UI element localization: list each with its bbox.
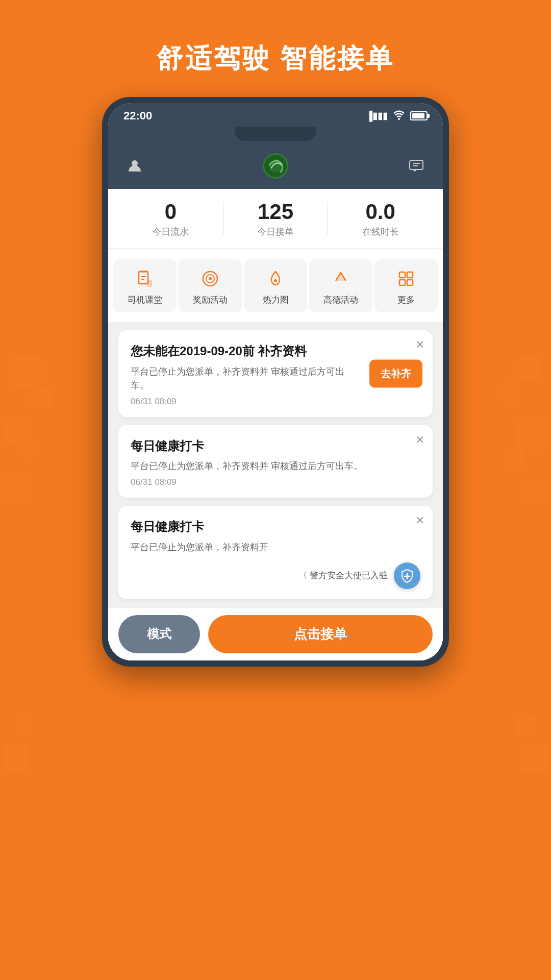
menu-item-more[interactable]: 更多 — [374, 259, 438, 312]
svg-rect-18 — [407, 280, 413, 285]
menu-label-gaode: 高德活动 — [323, 294, 358, 306]
security-shield-button[interactable] — [394, 562, 420, 589]
signal-icon: ▐▮▮▮ — [366, 110, 388, 121]
menu-item-driver-class[interactable]: 司机课堂 — [113, 259, 177, 312]
menu-label-more: 更多 — [397, 294, 415, 306]
notification-card-2: ✕ 每日健康打卡 平台已停止为您派单，补齐资料并 审核通过后方可出车。 06/3… — [118, 425, 433, 498]
heatmap-icon — [264, 267, 287, 290]
reward-icon — [199, 267, 221, 290]
svg-rect-7 — [140, 271, 147, 273]
phone-frame: 22:00 ▐▮▮▮ — [102, 97, 449, 667]
notch — [235, 127, 316, 141]
menu-item-gaode[interactable]: 高德活动 — [309, 259, 372, 312]
card-2-time: 06/31 08:09 — [131, 477, 420, 487]
card-1-inner: 您未能在2019-09-20前 补齐资料 平台已停止为您派单，补齐资料并 审核通… — [131, 342, 420, 407]
security-banner-row: 〈 警方安全大使已入驻 — [131, 562, 420, 589]
stat-time-value: 0.0 — [328, 201, 433, 223]
svg-rect-17 — [399, 280, 405, 285]
svg-rect-10 — [147, 280, 152, 287]
svg-rect-3 — [410, 160, 423, 169]
card-3-body: 平台已停止为您派单，补齐资料开 — [131, 541, 420, 554]
stat-flow-value: 0 — [118, 201, 223, 223]
card-3-close-button[interactable]: ✕ — [415, 514, 424, 527]
accept-order-button[interactable]: 点击接单 — [208, 615, 433, 653]
more-icon — [395, 267, 417, 290]
bottom-bar: 模式 点击接单 — [108, 607, 443, 660]
security-banner-text: 〈 警方安全大使已入驻 — [298, 570, 388, 581]
svg-point-14 — [274, 279, 277, 282]
stats-row: 0 今日流水 125 今日接单 0.0 在线时长 — [108, 189, 443, 248]
svg-rect-6 — [139, 272, 148, 284]
card-2-close-button[interactable]: ✕ — [415, 433, 424, 447]
app-logo — [263, 153, 288, 179]
notification-card-3: ✕ 每日健康打卡 平台已停止为您派单，补齐资料开 〈 警方安全大使已入驻 — [118, 506, 433, 599]
menu-label-reward: 奖励活动 — [193, 294, 228, 306]
menu-label-heatmap: 热力图 — [263, 294, 289, 306]
card-3-title: 每日健康打卡 — [131, 518, 405, 535]
app-header — [108, 146, 443, 189]
stat-time-label: 在线时长 — [328, 226, 433, 238]
card-1-action-button[interactable]: 去补齐 — [369, 359, 422, 387]
card-1-title: 您未能在2019-09-20前 补齐资料 — [131, 342, 334, 360]
card-1-body: 平台已停止为您派单，补齐资料并 审核通过后方可出车。 — [131, 365, 349, 393]
quick-menu: 司机课堂 奖励活动 — [108, 249, 443, 322]
stat-flow-label: 今日流水 — [118, 226, 223, 238]
svg-rect-15 — [399, 272, 405, 278]
card-1-close-button[interactable]: ✕ — [415, 338, 424, 352]
phone-mockup: 22:00 ▐▮▮▮ — [0, 97, 551, 667]
profile-icon[interactable] — [123, 155, 146, 177]
driver-class-icon — [134, 267, 156, 290]
menu-item-reward[interactable]: 奖励活动 — [179, 259, 242, 312]
stat-daily-orders: 125 今日接单 — [223, 201, 328, 238]
mode-button[interactable]: 模式 — [118, 615, 200, 653]
status-bar: 22:00 ▐▮▮▮ — [108, 103, 443, 127]
status-time: 22:00 — [123, 109, 152, 122]
notch-area — [108, 127, 443, 146]
svg-point-0 — [398, 118, 400, 120]
gaode-icon — [330, 267, 352, 290]
battery-icon — [410, 111, 428, 120]
phone-screen: 22:00 ▐▮▮▮ — [108, 103, 443, 660]
wifi-icon — [393, 110, 405, 122]
message-icon[interactable] — [405, 155, 428, 177]
menu-label-driver-class: 司机课堂 — [128, 294, 162, 306]
card-2-body: 平台已停止为您派单，补齐资料并 审核通过后方可出车。 — [131, 459, 420, 473]
stat-orders-label: 今日接单 — [223, 226, 328, 238]
card-1-time: 06/31 08:09 — [131, 397, 349, 407]
stat-online-time: 0.0 在线时长 — [328, 201, 433, 238]
card-2-title: 每日健康打卡 — [131, 437, 405, 455]
stat-orders-value: 125 — [223, 201, 328, 223]
header-tagline: 舒适驾驶 智能接单 — [0, 0, 551, 97]
stat-daily-flow: 0 今日流水 — [118, 201, 223, 238]
cards-area: ✕ 您未能在2019-09-20前 补齐资料 平台已停止为您派单，补齐资料并 审… — [108, 322, 443, 607]
main-content: 0 今日流水 125 今日接单 0.0 在线时长 — [108, 189, 443, 660]
menu-item-heatmap[interactable]: 热力图 — [244, 259, 307, 312]
svg-point-13 — [209, 277, 212, 280]
svg-rect-16 — [407, 272, 413, 278]
notification-card-1: ✕ 您未能在2019-09-20前 补齐资料 平台已停止为您派单，补齐资料并 审… — [118, 330, 433, 417]
